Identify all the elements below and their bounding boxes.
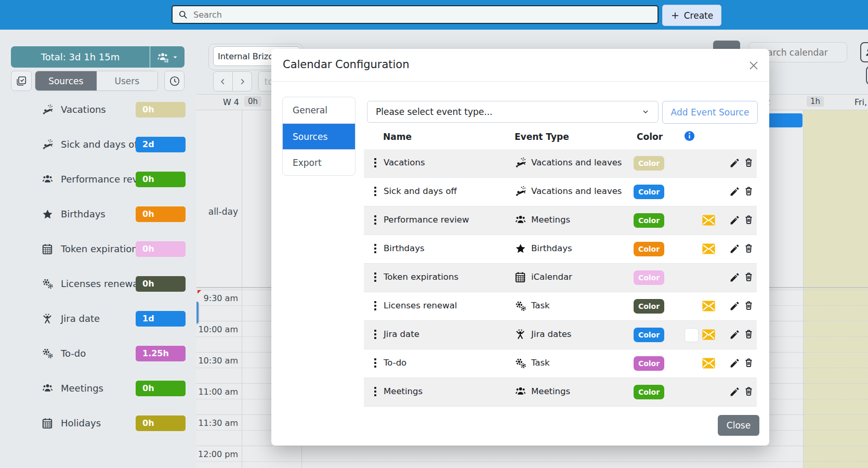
sidebar-source-item[interactable]: Meetings0h — [0, 371, 196, 406]
sidebar-source-item[interactable]: Vacations0h — [0, 92, 196, 127]
global-search[interactable] — [172, 5, 659, 24]
edit-pencil-button[interactable] — [729, 186, 740, 199]
source-duration-badge[interactable]: 0h — [136, 172, 186, 187]
add-event-source-button[interactable]: Add Event Source — [662, 101, 758, 124]
time-label: 11:30 am — [196, 418, 238, 428]
color-button[interactable]: Color — [634, 328, 664, 342]
source-name: Jira date — [384, 329, 419, 339]
event-type-select[interactable]: Please select event type... — [367, 101, 659, 123]
delete-trash-button[interactable] — [744, 271, 754, 284]
source-row: BirthdaysBirthdaysColor — [364, 235, 757, 264]
sidebar-source-item[interactable]: Token expirations0h — [0, 231, 196, 266]
edit-pencil-button[interactable] — [729, 215, 740, 228]
sidebar-source-item[interactable]: Birthdays0h — [0, 197, 196, 231]
edit-pencil-button[interactable] — [729, 329, 740, 342]
tab-sources[interactable]: Sources — [283, 123, 355, 149]
drag-handle-icon[interactable] — [374, 301, 376, 312]
sidebar-source-item[interactable]: Holidays0h — [0, 406, 196, 440]
gears-icon — [42, 278, 54, 290]
source-duration-badge[interactable]: 0h — [136, 381, 186, 396]
drag-handle-icon[interactable] — [374, 215, 376, 226]
close-icon[interactable] — [747, 59, 760, 74]
source-duration-badge[interactable]: 0h — [136, 102, 186, 118]
toolbar-button-partial[interactable] — [866, 66, 868, 85]
sidebar-source-item[interactable]: Licenses renewal0h — [0, 266, 196, 301]
drag-handle-icon[interactable] — [374, 158, 376, 169]
search-input[interactable] — [192, 9, 652, 20]
drag-handle-icon[interactable] — [374, 330, 376, 341]
prev-button[interactable] — [213, 71, 233, 92]
group-by-users-button[interactable] — [150, 51, 185, 63]
edit-pencil-button[interactable] — [729, 243, 740, 256]
sidebar-source-item[interactable]: Performance review0h — [0, 162, 196, 197]
notification-envelope-button[interactable] — [702, 301, 716, 314]
sidebar-source-item[interactable]: Sick and days off2d — [0, 127, 196, 162]
edit-pencil-button[interactable] — [729, 158, 740, 171]
delete-trash-button[interactable] — [744, 186, 754, 199]
total-duration-button[interactable]: Total: 3d 1h 15m — [11, 46, 185, 68]
edit-pencil-button[interactable] — [729, 272, 740, 285]
source-duration-badge[interactable]: 0h — [136, 415, 186, 431]
add-event-source-label: Add Event Source — [671, 107, 749, 118]
drag-handle-icon[interactable] — [374, 387, 376, 398]
create-button[interactable]: Create — [662, 5, 721, 26]
multi-select-button[interactable] — [11, 71, 32, 91]
delete-trash-button[interactable] — [744, 357, 754, 370]
source-label: Holidays — [61, 418, 101, 428]
sidebar-source-item[interactable]: Jira date1d — [0, 301, 196, 336]
color-button[interactable]: Color — [634, 385, 664, 399]
notification-envelope-button[interactable] — [702, 329, 716, 342]
calendar-app: Create Total: 3d 1h 15m Sources Users — [0, 0, 868, 468]
notification-envelope-button[interactable] — [702, 358, 716, 371]
drag-handle-icon[interactable] — [374, 244, 376, 255]
tab-general[interactable]: General — [283, 97, 355, 123]
source-label: To-do — [61, 348, 86, 359]
info-icon[interactable] — [683, 130, 695, 142]
color-button[interactable]: Color — [634, 156, 664, 171]
drag-handle-icon[interactable] — [374, 187, 376, 198]
delete-trash-button[interactable] — [744, 386, 754, 399]
notification-envelope-button[interactable] — [702, 243, 716, 256]
delete-trash-button[interactable] — [744, 157, 754, 170]
delete-trash-button[interactable] — [744, 243, 754, 256]
source-row: Sick and days offVacations and leavesCol… — [364, 178, 757, 206]
toggle-users-label: Users — [114, 76, 139, 86]
sidebar-source-item[interactable]: To-do1.25h — [0, 336, 196, 371]
time-slot-row[interactable] — [196, 446, 868, 468]
source-duration-badge[interactable]: 0h — [136, 276, 186, 292]
toggle-users[interactable]: Users — [97, 71, 158, 90]
color-button[interactable]: Color — [634, 299, 664, 314]
modal-close-button[interactable]: Close — [718, 415, 759, 436]
color-button[interactable]: Color — [634, 213, 664, 228]
source-duration-badge[interactable]: 1.25h — [136, 346, 186, 361]
color-button[interactable]: Color — [634, 356, 664, 371]
source-duration-badge[interactable]: 0h — [136, 206, 186, 222]
source-checkbox[interactable] — [685, 328, 699, 342]
sources-users-toggle: Sources Users — [35, 71, 158, 91]
time-label: 12:00 pm — [196, 449, 238, 459]
time-display-button[interactable] — [164, 71, 185, 91]
source-duration-badge[interactable]: 0h — [136, 241, 186, 257]
delete-trash-button[interactable] — [744, 329, 754, 342]
source-row: Licenses renewalTaskColor — [364, 292, 757, 321]
delete-trash-button[interactable] — [744, 300, 754, 313]
drag-handle-icon[interactable] — [374, 358, 376, 369]
toggle-sources-label: Sources — [48, 76, 83, 86]
clock-icon — [169, 75, 180, 87]
source-duration-badge[interactable]: 2d — [136, 137, 186, 152]
edit-pencil-button[interactable] — [729, 358, 740, 371]
notification-envelope-button[interactable] — [702, 215, 716, 228]
edit-pencil-button[interactable] — [729, 301, 740, 314]
edit-pencil-button[interactable] — [729, 386, 740, 399]
drag-handle-icon[interactable] — [374, 272, 376, 283]
tab-export[interactable]: Export — [283, 149, 355, 175]
color-button[interactable]: Color — [634, 242, 664, 256]
next-button[interactable] — [232, 71, 252, 92]
color-button[interactable]: Color — [634, 270, 664, 285]
delete-trash-button[interactable] — [744, 214, 754, 227]
source-duration-badge[interactable]: 1d — [136, 311, 186, 327]
color-button[interactable]: Color — [634, 185, 664, 199]
add-user-button-partial[interactable] — [860, 42, 868, 62]
source-label: Token expirations — [61, 243, 142, 254]
toggle-sources[interactable]: Sources — [35, 71, 97, 90]
